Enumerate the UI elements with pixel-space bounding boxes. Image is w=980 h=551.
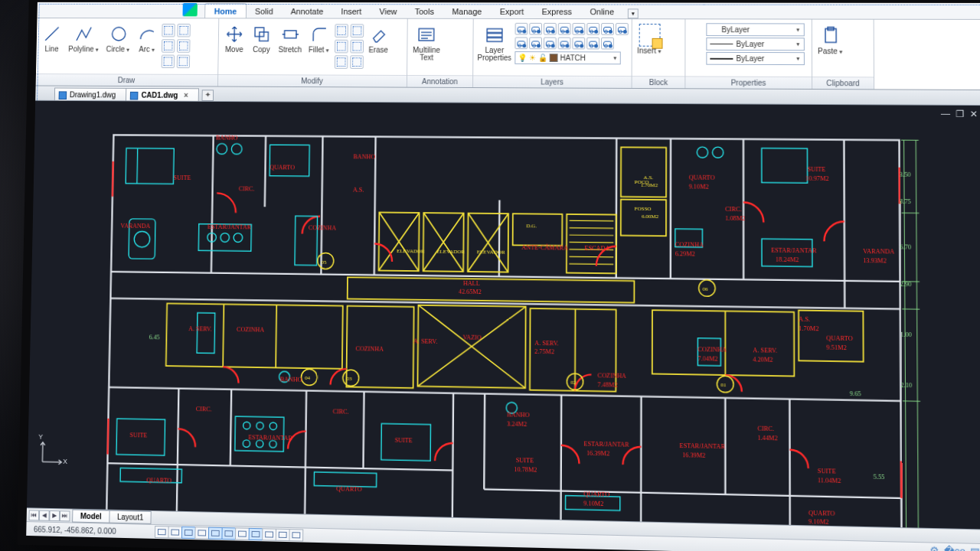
svg-point-90	[243, 422, 250, 429]
svg-text:2.10: 2.10	[900, 382, 912, 390]
svg-point-95	[270, 441, 276, 448]
svg-text:QUARTO: QUARTO	[826, 334, 853, 342]
svg-text:8.75: 8.75	[900, 198, 911, 205]
svg-line-63	[363, 392, 364, 468]
svg-line-40	[570, 235, 614, 236]
svg-point-103	[713, 147, 724, 158]
svg-text:06: 06	[702, 286, 708, 292]
floorplan: 0506 0403 0201 SUITEQUARTOBANHOCIRC.VARA…	[70, 109, 940, 546]
settings-gear-icon[interactable]: ⚙	[930, 544, 940, 551]
restore-icon[interactable]: ❐	[956, 109, 964, 119]
svg-line-74	[108, 419, 109, 455]
svg-line-38	[570, 220, 614, 221]
tab-prev-icon[interactable]: ◀	[39, 510, 50, 520]
layout-tab[interactable]: Layout1	[109, 510, 152, 524]
qprops-toggle[interactable]	[276, 529, 290, 541]
svg-text:02: 02	[570, 380, 577, 386]
svg-line-66	[560, 395, 561, 527]
ribbon: Line Polyline▼ Circle▼ Arc▼ Draw Move Co…	[36, 18, 980, 90]
svg-line-61	[230, 390, 231, 466]
svg-text:COZINHA: COZINHA	[598, 372, 626, 380]
svg-line-62	[305, 390, 306, 521]
svg-text:BANHO: BANHO	[280, 376, 302, 383]
svg-text:6.70: 6.70	[900, 244, 911, 251]
svg-text:COZINHA: COZINHA	[309, 224, 336, 231]
svg-text:COZINHA: COZINHA	[237, 326, 264, 334]
polar-toggle[interactable]	[194, 527, 209, 539]
svg-text:ESTAR/JANTAR: ESTAR/JANTAR	[248, 434, 292, 442]
svg-point-102	[697, 147, 707, 158]
svg-line-50	[223, 305, 224, 367]
svg-text:BANHO: BANHO	[353, 153, 375, 160]
svg-point-101	[231, 144, 242, 155]
selcycle-toggle[interactable]	[289, 529, 303, 541]
file-tab[interactable]: CAD1.dwg×	[126, 88, 199, 101]
svg-line-26	[844, 140, 844, 308]
svg-text:2.75M2: 2.75M2	[534, 348, 554, 356]
svg-text:QUARTO: QUARTO	[146, 477, 172, 484]
svg-text:VAZIO: VAZIO	[462, 334, 482, 341]
svg-point-100	[217, 144, 227, 155]
tab-next-icon[interactable]: ▶	[49, 510, 60, 520]
isoplane-icon[interactable]: �co	[944, 544, 965, 551]
svg-point-93	[243, 440, 250, 448]
svg-text:1.70M2: 1.70M2	[641, 182, 658, 188]
minimize-icon[interactable]: —	[941, 109, 950, 119]
svg-text:SUITE: SUITE	[818, 468, 836, 475]
tab-last-icon[interactable]: ⏭	[60, 510, 70, 521]
svg-line-71	[484, 489, 901, 498]
svg-text:1.00: 1.00	[900, 331, 912, 338]
svg-line-18	[211, 135, 214, 272]
drawing-canvas[interactable]: — ❐ ✕	[26, 101, 980, 551]
svg-text:QUARTO: QUARTO	[336, 485, 362, 493]
svg-text:ESTAR/JANTAR: ESTAR/JANTAR	[207, 223, 252, 231]
dynucs-toggle[interactable]	[235, 527, 250, 540]
svg-text:13.93M2: 13.93M2	[863, 257, 887, 265]
svg-rect-45	[348, 277, 635, 302]
dyn-toggle[interactable]	[249, 528, 263, 540]
ortho-toggle[interactable]	[181, 527, 196, 539]
close-tab-icon[interactable]: ×	[184, 91, 188, 99]
svg-text:D.G.: D.G.	[526, 223, 537, 229]
tab-first-icon[interactable]: ⏮	[29, 510, 40, 520]
snap-toggle[interactable]	[168, 526, 182, 538]
svg-text:VARANDA: VARANDA	[120, 222, 150, 229]
svg-text:9.51M2: 9.51M2	[826, 344, 847, 351]
customize-icon[interactable]: ▤	[970, 545, 980, 551]
svg-text:CIRC.: CIRC.	[725, 206, 742, 213]
svg-rect-79	[762, 148, 808, 183]
svg-text:16.39M2: 16.39M2	[586, 449, 609, 457]
file-tab[interactable]: Drawing1.dwg	[54, 87, 127, 100]
osnap-toggle[interactable]	[208, 527, 223, 540]
svg-text:FOSSO: FOSSO	[635, 206, 652, 212]
svg-text:1.44M2: 1.44M2	[757, 434, 777, 442]
svg-text:ELEVADOR: ELEVADOR	[477, 249, 505, 256]
svg-text:ESTAR/JANTAR: ESTAR/JANTAR	[679, 442, 725, 450]
svg-text:CIRC.: CIRC.	[239, 185, 255, 192]
svg-point-92	[270, 422, 276, 430]
lwt-toggle[interactable]	[262, 528, 276, 540]
svg-text:3.24M2: 3.24M2	[507, 420, 527, 428]
svg-text:16.39M2: 16.39M2	[682, 452, 705, 459]
svg-text:COZINHA: COZINHA	[697, 346, 727, 354]
drafting-toggles	[155, 526, 302, 542]
svg-line-22	[499, 200, 500, 276]
model-tab[interactable]: Model	[72, 510, 109, 523]
close-icon[interactable]: ✕	[970, 109, 978, 119]
grid-toggle[interactable]	[155, 526, 169, 538]
svg-text:1.08M2: 1.08M2	[725, 215, 745, 222]
svg-line-19	[265, 136, 266, 207]
svg-text:VARANDA: VARANDA	[863, 248, 894, 256]
svg-text:QUARTO: QUARTO	[583, 491, 609, 498]
svg-text:9.10M2: 9.10M2	[689, 183, 709, 190]
svg-text:SUITE: SUITE	[808, 166, 826, 173]
svg-line-16	[110, 298, 900, 309]
svg-point-86	[220, 233, 230, 243]
svg-text:10.78M2: 10.78M2	[514, 466, 537, 474]
svg-rect-49	[166, 304, 343, 369]
svg-text:A. SERV.: A. SERV.	[188, 325, 212, 332]
svg-text:A. SERV.: A. SERV.	[413, 337, 437, 345]
svg-point-83	[134, 231, 150, 247]
svg-text:CIRC.: CIRC.	[196, 406, 212, 412]
otrack-toggle[interactable]	[221, 527, 236, 540]
